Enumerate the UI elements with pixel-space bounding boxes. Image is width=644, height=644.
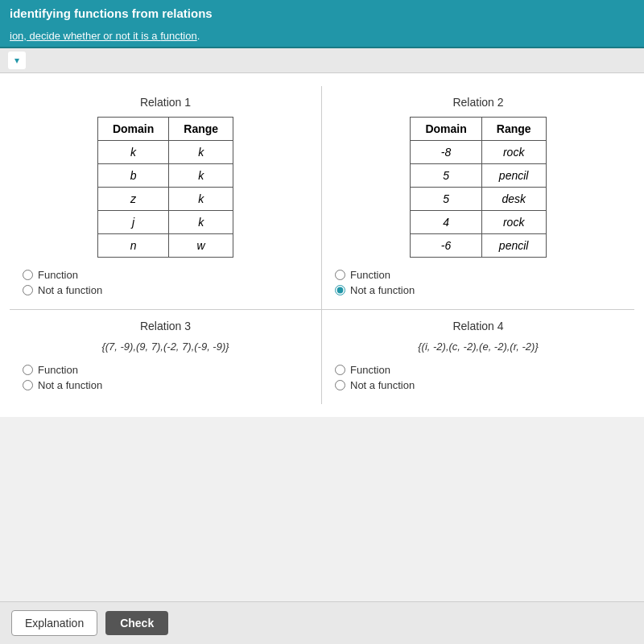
relation3-title: Relation 3 — [23, 320, 308, 332]
relation3-notfunction-label: Not a function — [38, 379, 102, 391]
relation3-notfunction-radio[interactable] — [23, 380, 33, 390]
relation2-title: Relation 2 — [335, 96, 621, 109]
page-title: identifying functions from relations — [10, 6, 213, 20]
table-row: kk — [97, 141, 233, 164]
relation4-notfunction-label: Not a function — [350, 379, 415, 391]
relation2-col-range: Range — [481, 118, 546, 141]
relation4-notfunction-option[interactable]: Not a function — [335, 379, 621, 391]
relation2-notfunction-option[interactable]: Not a function — [335, 284, 621, 296]
relation3-function-radio[interactable] — [23, 365, 33, 375]
relation1-notfunction-option[interactable]: Not a function — [23, 284, 308, 296]
relation1-options: Function Not a function — [23, 269, 308, 296]
relation2-quadrant: Relation 2 Domain Range -8rock 5pencil 5… — [322, 86, 634, 310]
relation4-set: {(i, -2),(c, -2),(e, -2),(r, -2)} — [335, 341, 621, 353]
function-link[interactable]: function — [160, 30, 197, 42]
table-row: nw — [97, 234, 233, 258]
relation1-table: Domain Range kk bk zk jk nw — [97, 117, 233, 258]
relation3-notfunction-option[interactable]: Not a function — [23, 379, 308, 391]
relation4-quadrant: Relation 4 {(i, -2),(c, -2),(e, -2),(r, … — [322, 310, 634, 404]
bottom-bar: Explanation Check — [0, 601, 644, 644]
relation1-notfunction-label: Not a function — [38, 284, 102, 296]
relation2-function-label: Function — [350, 269, 390, 281]
relation2-function-radio[interactable] — [335, 270, 345, 280]
relation2-table: Domain Range -8rock 5pencil 5desk 4rock … — [410, 117, 546, 258]
table-row: -8rock — [411, 141, 546, 164]
table-row: jk — [97, 211, 233, 234]
relation1-col-domain: Domain — [97, 118, 168, 141]
table-row: 5desk — [411, 188, 546, 211]
relation1-notfunction-radio[interactable] — [23, 285, 33, 295]
table-row: zk — [97, 188, 233, 211]
relation2-options: Function Not a function — [335, 269, 621, 296]
relation4-notfunction-radio[interactable] — [335, 380, 345, 390]
table-row: 5pencil — [411, 164, 546, 188]
header-bar: identifying functions from relations — [0, 0, 644, 27]
relation1-col-range: Range — [169, 118, 233, 141]
subtitle-bar: ion, decide whether or not it is a funct… — [0, 27, 644, 48]
explanation-button[interactable]: Explanation — [11, 610, 97, 636]
relation1-quadrant: Relation 1 Domain Range kk bk zk jk nw F… — [10, 86, 322, 310]
relation2-col-domain: Domain — [411, 118, 481, 141]
relation4-function-option[interactable]: Function — [335, 364, 621, 376]
table-row: 4rock — [411, 211, 546, 234]
main-content: Relation 1 Domain Range kk bk zk jk nw F… — [0, 73, 644, 417]
relation2-function-option[interactable]: Function — [335, 269, 621, 281]
relation4-function-label: Function — [350, 364, 390, 376]
relation1-function-option[interactable]: Function — [23, 269, 308, 281]
relation1-title: Relation 1 — [23, 96, 308, 109]
table-row: -6pencil — [411, 234, 546, 258]
relation2-notfunction-radio[interactable] — [335, 285, 345, 295]
table-row: bk — [97, 164, 233, 188]
relation4-title: Relation 4 — [335, 320, 621, 332]
relation3-set: {(7, -9),(9, 7),(-2, 7),(-9, -9)} — [23, 341, 308, 353]
relation3-options: Function Not a function — [23, 364, 308, 391]
subtitle-text: ion, decide whether or not it is a — [10, 30, 160, 42]
relation3-function-option[interactable]: Function — [23, 364, 308, 376]
relation3-quadrant: Relation 3 {(7, -9),(9, 7),(-2, 7),(-9, … — [10, 310, 322, 404]
relation4-function-radio[interactable] — [335, 365, 345, 375]
relation2-notfunction-label: Not a function — [350, 284, 415, 296]
check-button[interactable]: Check — [105, 611, 168, 635]
relation1-function-label: Function — [38, 269, 78, 281]
collapse-button[interactable]: ▾ — [8, 52, 26, 69]
relation1-function-radio[interactable] — [23, 270, 33, 280]
relation3-function-label: Function — [38, 364, 78, 376]
relation4-options: Function Not a function — [335, 364, 621, 391]
